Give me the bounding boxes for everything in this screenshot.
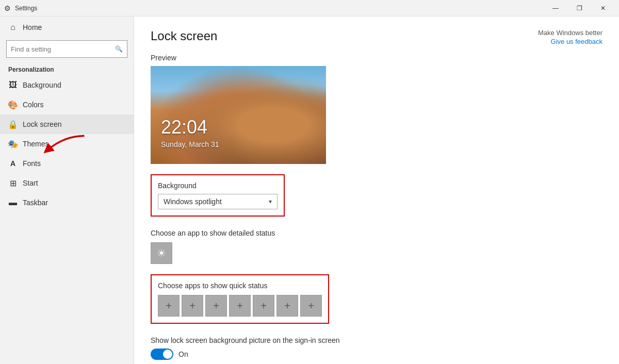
dropdown-value: Windows spotlight xyxy=(164,197,222,206)
background-section: Background Windows spotlight ▾ xyxy=(151,174,285,217)
minimize-button[interactable]: — xyxy=(544,0,567,16)
title-bar-controls: — ❐ ✕ xyxy=(544,0,615,16)
sidebar-item-colors-label: Colors xyxy=(23,101,43,109)
start-icon: ⊞ xyxy=(8,178,18,188)
sidebar-item-background-label: Background xyxy=(23,81,61,89)
quick-status-btn-6[interactable]: + xyxy=(276,295,298,317)
sidebar-item-home[interactable]: ⌂ Home xyxy=(0,16,134,38)
sidebar-item-fonts[interactable]: A Fonts xyxy=(0,154,134,173)
quick-status-section: Choose apps to show quick status + + + +… xyxy=(151,274,329,324)
sidebar-item-themes-label: Themes xyxy=(23,140,49,148)
close-button[interactable]: ✕ xyxy=(591,0,615,16)
quick-status-btn-2[interactable]: + xyxy=(182,295,203,317)
content-area: Lock screen Make Windows better Give us … xyxy=(134,16,619,364)
sidebar-item-lock-screen[interactable]: 🔒 Lock screen xyxy=(0,114,134,134)
sidebar: ⌂ Home 🔍 Personalization 🖼 Background 🎨 … xyxy=(0,16,134,364)
quick-status-btn-4[interactable]: + xyxy=(229,295,251,317)
detailed-status-label: Choose an app to show detailed status xyxy=(151,229,602,237)
home-icon: ⌂ xyxy=(8,23,18,32)
quick-status-btn-7[interactable]: + xyxy=(300,295,322,317)
settings-icon: ⚙ xyxy=(4,4,11,12)
preview-label: Preview xyxy=(151,54,602,62)
background-dropdown[interactable]: Windows spotlight ▾ xyxy=(158,194,278,209)
preview-date: Sunday, March 31 xyxy=(161,140,219,148)
sidebar-item-lock-screen-label: Lock screen xyxy=(23,120,61,128)
quick-status-buttons: + + + + + + + xyxy=(158,295,322,317)
main-layout: ⌂ Home 🔍 Personalization 🖼 Background 🎨 … xyxy=(0,16,619,364)
chevron-down-icon: ▾ xyxy=(269,198,272,205)
signin-label: Show lock screen background picture on t… xyxy=(151,336,602,344)
title-bar: ⚙ Settings — ❐ ✕ xyxy=(0,0,619,16)
feedback-title: Make Windows better xyxy=(538,29,602,37)
fonts-icon: A xyxy=(8,159,18,168)
colors-icon: 🎨 xyxy=(8,100,18,109)
preview-image: 22:04 Sunday, March 31 xyxy=(151,66,326,164)
search-box[interactable]: 🔍 xyxy=(6,40,127,58)
search-icon: 🔍 xyxy=(115,45,123,53)
sidebar-home-label: Home xyxy=(23,23,42,31)
signin-toggle[interactable] xyxy=(151,349,173,360)
search-input[interactable] xyxy=(11,45,115,53)
sun-icon: ☀ xyxy=(157,247,166,259)
sidebar-item-start[interactable]: ⊞ Start xyxy=(0,173,134,193)
preview-time: 22:04 xyxy=(161,117,207,138)
give-feedback-link[interactable]: Give us feedback xyxy=(551,38,602,45)
title-bar-title: Settings xyxy=(15,5,37,12)
sidebar-item-fonts-label: Fonts xyxy=(23,159,41,168)
background-label: Background xyxy=(158,181,278,190)
themes-icon: 🎭 xyxy=(8,139,18,148)
sidebar-item-taskbar-label: Taskbar xyxy=(23,198,48,207)
feedback-section: Make Windows better Give us feedback xyxy=(538,29,602,46)
toggle-knob xyxy=(163,350,172,359)
quick-status-btn-5[interactable]: + xyxy=(253,295,274,317)
lock-screen-icon: 🔒 xyxy=(8,120,18,129)
quick-status-label: Choose apps to show quick status xyxy=(158,282,322,290)
sidebar-item-background[interactable]: 🖼 Background xyxy=(0,75,134,95)
maximize-button[interactable]: ❐ xyxy=(567,0,591,16)
quick-status-btn-1[interactable]: + xyxy=(158,295,180,317)
sidebar-section-label: Personalization xyxy=(0,62,134,75)
toggle-row: On xyxy=(151,349,602,360)
signin-section: Show lock screen background picture on t… xyxy=(151,336,602,360)
toggle-state-label: On xyxy=(178,350,188,358)
sidebar-item-themes[interactable]: 🎭 Themes xyxy=(0,134,134,154)
taskbar-icon: ▬ xyxy=(8,198,18,207)
sidebar-item-colors[interactable]: 🎨 Colors xyxy=(0,95,134,114)
background-icon: 🖼 xyxy=(8,80,18,90)
page-title: Lock screen xyxy=(151,29,602,43)
title-bar-left: ⚙ Settings xyxy=(4,4,37,12)
sidebar-item-start-label: Start xyxy=(23,179,38,187)
quick-status-btn-3[interactable]: + xyxy=(205,295,227,317)
sidebar-item-taskbar[interactable]: ▬ Taskbar xyxy=(0,193,134,212)
detailed-status-button[interactable]: ☀ xyxy=(151,242,172,264)
